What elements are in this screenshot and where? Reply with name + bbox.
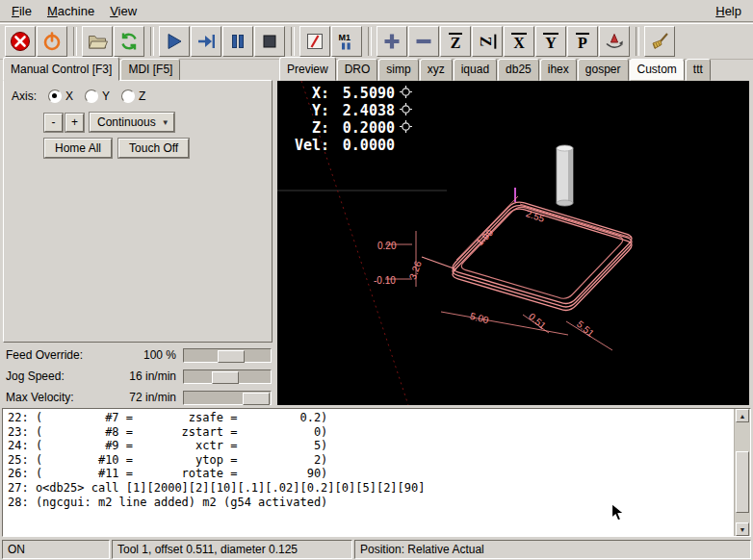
- linuxcnc-axis-window: { "menubar": { "items": [ {"label": "Fil…: [0, 0, 753, 560]
- slider-label: Jog Speed:: [3, 369, 65, 383]
- jog-minus-button[interactable]: -: [44, 114, 63, 132]
- menu-machine[interactable]: Machine: [39, 2, 102, 20]
- toolbar-separator: [368, 27, 372, 56]
- toolbar-separator: [73, 27, 77, 56]
- clear-plot-button[interactable]: [644, 26, 675, 57]
- zoom-out-button[interactable]: [408, 26, 439, 57]
- tab-db25[interactable]: db25: [498, 59, 539, 81]
- preview-tabs: PreviewDROsimpxyziquaddb25ihexgosperCust…: [279, 60, 712, 81]
- view-front-button[interactable]: X: [504, 26, 534, 57]
- dro-row: X:5.5090: [285, 85, 412, 102]
- menu-file[interactable]: File: [4, 2, 39, 20]
- pause-icon: [227, 31, 248, 52]
- reload-file-button[interactable]: [114, 26, 144, 57]
- slider-handle[interactable]: [218, 350, 245, 363]
- menu-items: FileMachineView: [4, 2, 144, 20]
- home-row: Home All Touch Off: [44, 139, 195, 158]
- home-all-button[interactable]: Home All: [44, 139, 112, 158]
- view-perspective-button[interactable]: P: [567, 26, 598, 57]
- zoom-in-button[interactable]: [376, 26, 407, 57]
- axis-radio-label: Y: [102, 89, 110, 103]
- step-icon: [195, 31, 217, 52]
- tab-gosper[interactable]: gosper: [578, 59, 629, 81]
- letter-icon: Y: [543, 33, 558, 50]
- toolbar-separator: [636, 27, 639, 56]
- stop-program-button[interactable]: [254, 26, 285, 57]
- jog-plus-button[interactable]: +: [65, 114, 84, 132]
- view-top-button[interactable]: Z: [440, 26, 471, 57]
- rotate-icon: [604, 31, 625, 52]
- menu-view[interactable]: View: [102, 2, 144, 20]
- gcode-line[interactable]: 26: ( #11 = rotate = 90): [8, 467, 732, 481]
- slider-trough[interactable]: [183, 348, 272, 363]
- view-side-button[interactable]: Y: [535, 26, 566, 57]
- tab-preview[interactable]: Preview: [279, 57, 336, 81]
- slider-handle[interactable]: [212, 371, 239, 384]
- slider-handle[interactable]: [243, 393, 270, 405]
- letter-icon: X: [511, 33, 527, 50]
- letter-icon: Z: [480, 33, 495, 50]
- slider-trough[interactable]: [183, 369, 272, 384]
- broom-icon: [649, 31, 670, 52]
- axis-radio-x[interactable]: X: [37, 89, 73, 103]
- run-program-button[interactable]: [159, 26, 190, 57]
- step-line-button[interactable]: [191, 26, 221, 57]
- scroll-up-icon[interactable]: ▲: [736, 409, 749, 422]
- toggle-optional-pause-button[interactable]: M1: [331, 26, 362, 57]
- pause-program-button[interactable]: [222, 26, 253, 57]
- slider-trough[interactable]: [183, 391, 272, 405]
- estop-button[interactable]: [5, 26, 36, 57]
- dro-value: 2.4038: [329, 102, 395, 119]
- menu-help[interactable]: Help: [708, 2, 749, 20]
- estop-icon: [10, 31, 31, 52]
- slider-row: Feed Override:100 %: [3, 344, 273, 366]
- scroll-down-icon[interactable]: ▼: [736, 522, 749, 536]
- statusbar-cell-1: Tool 1, offset 0.511, diameter 0.125: [112, 540, 352, 559]
- dro-row: Y:2.4038: [285, 102, 412, 119]
- touch-off-button[interactable]: Touch Off: [118, 139, 189, 158]
- axis-radio-label: X: [65, 89, 73, 103]
- view-rotated-top-button[interactable]: Z: [472, 26, 503, 57]
- gcode-line[interactable]: 22: ( #7 = zsafe = 0.2): [8, 411, 732, 425]
- tab-manual-control-f3[interactable]: Manual Control [F3]: [3, 57, 119, 81]
- tab-ttt[interactable]: ttt: [686, 59, 711, 81]
- dimension-label: 0.20: [377, 242, 396, 251]
- homed-icon: [400, 119, 412, 137]
- manual-control-panel: Axis: XYZ - + Continuous ▼ Home All Touc…: [3, 80, 273, 343]
- tab-xyz[interactable]: xyz: [420, 59, 453, 81]
- dro-value: 5.5090: [329, 85, 395, 102]
- homed-icon: [400, 85, 412, 102]
- toolbar-separator: [291, 27, 295, 56]
- gcode-line[interactable]: 24: ( #9 = xctr = 5): [8, 439, 732, 453]
- dro-row: Vel:0.0000: [285, 137, 412, 154]
- jog-row: - + Continuous ▼: [44, 113, 174, 132]
- gcode-line[interactable]: 25: ( #10 = ytop = 2): [8, 453, 732, 468]
- gcode-line[interactable]: 27: o<db25> call [1][2000][2][10][.1][.0…: [8, 481, 732, 496]
- slider-value: 72 in/min: [113, 391, 176, 404]
- scrollbar-thumb[interactable]: [736, 451, 749, 513]
- rotate-view-button[interactable]: [599, 26, 630, 57]
- machine-power-button[interactable]: [37, 26, 67, 57]
- dro-axis-label: Vel:: [285, 137, 329, 154]
- open-file-button[interactable]: [82, 26, 113, 57]
- homed-icon: [400, 102, 412, 119]
- tab-ihex[interactable]: ihex: [540, 59, 577, 81]
- statusbar-cell-0: ON: [2, 540, 110, 559]
- stop-icon: [259, 31, 280, 52]
- tab-dro[interactable]: DRO: [337, 59, 378, 81]
- jog-mode-dropdown[interactable]: Continuous ▼: [90, 113, 174, 132]
- dro-axis-label: Y:: [285, 102, 329, 119]
- gcode-line[interactable]: 23: ( #8 = zstart = 0): [8, 425, 732, 440]
- gcode-scrollbar[interactable]: ▲ ▼: [734, 409, 750, 536]
- tab-simp[interactable]: simp: [378, 59, 418, 81]
- axis-radio-z[interactable]: Z: [110, 89, 145, 103]
- tab-iquad[interactable]: iquad: [454, 59, 497, 81]
- slider-value: 16 in/min: [113, 369, 176, 383]
- tab-custom[interactable]: Custom: [630, 59, 685, 81]
- axis-radio-y[interactable]: Y: [73, 89, 110, 103]
- gcode-listing[interactable]: 22: ( #7 = zsafe = 0.2)23: ( #8 = zstart…: [2, 408, 751, 537]
- m1-icon: M1: [336, 31, 357, 52]
- preview-canvas[interactable]: 2.551.990.20-0.103.265.000.515.51 X:5.50…: [277, 81, 749, 405]
- toggle-skip-lines-button[interactable]: [299, 26, 330, 57]
- tab-mdi-f5[interactable]: MDI [F5]: [120, 59, 180, 81]
